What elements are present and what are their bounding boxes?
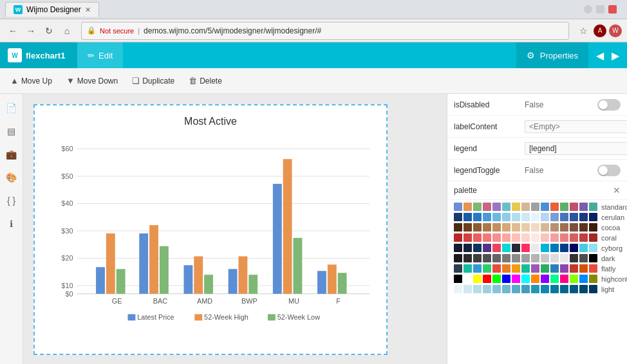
palette-swatch[interactable]	[550, 203, 559, 211]
palette-swatch[interactable]	[541, 244, 549, 252]
palette-swatch[interactable]	[483, 254, 491, 262]
palette-swatch[interactable]	[531, 203, 539, 211]
palette-swatch[interactable]	[502, 275, 510, 283]
palette-swatch[interactable]	[454, 203, 462, 211]
ext1-button[interactable]: A	[594, 24, 606, 37]
palette-swatch[interactable]	[531, 233, 539, 242]
palette-swatch[interactable]	[560, 264, 568, 273]
palette-swatch[interactable]	[589, 285, 597, 293]
palette-row-highcontrast[interactable]: highcontrast	[454, 275, 621, 283]
palette-swatch[interactable]	[560, 203, 568, 211]
palette-swatch[interactable]	[579, 244, 588, 252]
palette-row-cyborg[interactable]: cyborg	[454, 244, 621, 252]
palette-swatch[interactable]	[541, 233, 549, 242]
palette-swatch[interactable]	[541, 254, 549, 262]
palette-row-coral[interactable]: coral	[454, 233, 621, 242]
sidebar-icon-file[interactable]: 📄	[3, 99, 21, 117]
palette-swatch[interactable]	[541, 285, 549, 293]
minimize-button[interactable]	[584, 5, 592, 14]
sidebar-icon-code[interactable]: { }	[3, 192, 21, 210]
palette-swatch[interactable]	[502, 264, 510, 273]
palette-swatch[interactable]	[483, 213, 491, 221]
palette-swatch[interactable]	[454, 285, 462, 293]
palette-swatch[interactable]	[512, 275, 520, 283]
palette-swatch[interactable]	[560, 213, 568, 221]
palette-swatch[interactable]	[512, 223, 520, 232]
palette-swatch[interactable]	[473, 223, 482, 232]
palette-swatch[interactable]	[454, 254, 462, 262]
sidebar-icon-briefcase[interactable]: 💼	[3, 145, 21, 163]
palette-swatch[interactable]	[560, 233, 568, 242]
palette-swatch[interactable]	[521, 203, 530, 211]
delete-button[interactable]: 🗑 Delete	[183, 73, 227, 88]
palette-swatch[interactable]	[492, 233, 501, 242]
maximize-button[interactable]	[596, 5, 604, 14]
palette-swatch[interactable]	[531, 244, 539, 252]
palette-swatch[interactable]	[550, 213, 559, 221]
palette-swatch[interactable]	[512, 285, 520, 293]
palette-swatch[interactable]	[463, 254, 472, 262]
reload-button[interactable]: ↻	[41, 23, 57, 39]
palette-swatch[interactable]	[473, 264, 482, 273]
palette-swatch[interactable]	[531, 213, 539, 221]
palette-swatch[interactable]	[570, 275, 578, 283]
tab-close-button[interactable]: ✕	[85, 6, 91, 14]
palette-swatch[interactable]	[463, 264, 472, 273]
palette-swatch[interactable]	[473, 254, 482, 262]
palette-swatch[interactable]	[589, 254, 597, 262]
palette-swatch[interactable]	[521, 223, 530, 232]
palette-swatch[interactable]	[550, 244, 559, 252]
palette-swatch[interactable]	[521, 233, 530, 242]
palette-swatch[interactable]	[589, 213, 597, 221]
palette-row-standard[interactable]: standard	[454, 203, 621, 211]
palette-swatch[interactable]	[483, 275, 491, 283]
palette-swatch[interactable]	[550, 285, 559, 293]
palette-swatch[interactable]	[531, 285, 539, 293]
palette-swatch[interactable]	[502, 254, 510, 262]
palette-swatch[interactable]	[570, 233, 578, 242]
palette-swatch[interactable]	[521, 213, 530, 221]
duplicate-button[interactable]: ❏ Duplicate	[127, 73, 180, 88]
palette-swatch[interactable]	[463, 244, 472, 252]
browser-tab[interactable]: W Wijmo Designer ✕	[5, 2, 99, 17]
palette-swatch[interactable]	[521, 285, 530, 293]
palette-swatch[interactable]	[512, 213, 520, 221]
palette-swatch[interactable]	[512, 254, 520, 262]
palette-swatch[interactable]	[502, 233, 510, 242]
palette-swatch[interactable]	[531, 264, 539, 273]
palette-swatch[interactable]	[454, 275, 462, 283]
palette-swatch[interactable]	[541, 264, 549, 273]
palette-swatch[interactable]	[454, 223, 462, 232]
palette-row-cerulan[interactable]: cerulan	[454, 213, 621, 221]
palette-swatch[interactable]	[560, 244, 568, 252]
palette-swatch[interactable]	[502, 285, 510, 293]
palette-swatch[interactable]	[492, 223, 501, 232]
palette-swatch[interactable]	[521, 264, 530, 273]
palette-swatch[interactable]	[541, 213, 549, 221]
palette-swatch[interactable]	[483, 203, 491, 211]
palette-swatch[interactable]	[579, 254, 588, 262]
palette-swatch[interactable]	[531, 254, 539, 262]
palette-swatch[interactable]	[473, 233, 482, 242]
palette-swatch[interactable]	[579, 213, 588, 221]
palette-swatch[interactable]	[579, 223, 588, 232]
palette-swatch[interactable]	[492, 244, 501, 252]
palette-swatch[interactable]	[512, 203, 520, 211]
palette-swatch[interactable]	[531, 223, 539, 232]
palette-swatch[interactable]	[521, 244, 530, 252]
palette-swatch[interactable]	[521, 254, 530, 262]
palette-row-flatly[interactable]: flatly	[454, 264, 621, 273]
back-button[interactable]: ←	[5, 23, 21, 39]
palette-swatch[interactable]	[473, 244, 482, 252]
palette-swatch[interactable]	[454, 233, 462, 242]
palette-swatch[interactable]	[550, 223, 559, 232]
move-down-button[interactable]: ▼ Move Down	[61, 73, 123, 88]
palette-swatch[interactable]	[463, 275, 472, 283]
star-button[interactable]: ☆	[576, 23, 591, 39]
palette-swatch[interactable]	[483, 264, 491, 273]
palette-swatch[interactable]	[502, 203, 510, 211]
palette-swatch[interactable]	[579, 275, 588, 283]
sidebar-icon-info[interactable]: ℹ	[3, 215, 21, 233]
palette-swatch[interactable]	[483, 244, 491, 252]
palette-swatch[interactable]	[473, 213, 482, 221]
